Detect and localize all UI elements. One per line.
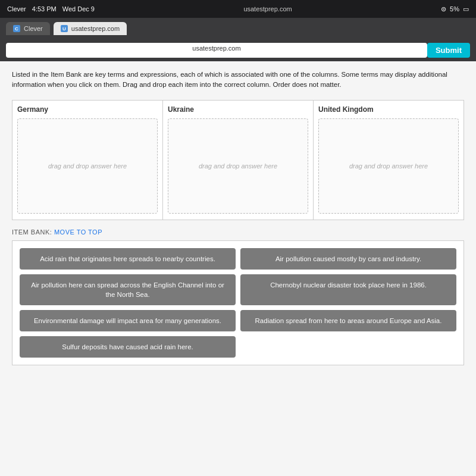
drop-hint-germany: drag and drop answer here xyxy=(48,162,127,170)
item-bank-container: Acid rain that originates here spreads t… xyxy=(12,240,464,365)
status-bar: Clever 4:53 PM Wed Dec 9 usatestprep.com… xyxy=(0,0,476,18)
address-bar[interactable]: usatestprep.com xyxy=(6,43,427,58)
app-name: Clever xyxy=(7,5,26,12)
battery-icon: ▭ xyxy=(463,5,469,13)
tab-usatestprep-label: usatestprep.com xyxy=(71,25,120,32)
instructions-text: Listed in the Item Bank are key terms an… xyxy=(12,70,464,90)
item-bank-label: ITEM BANK: xyxy=(12,228,52,236)
move-to-top-link[interactable]: Move to Top xyxy=(54,228,102,236)
clever-favicon: C xyxy=(13,25,20,32)
content-area: Listed in the Item Bank are key terms an… xyxy=(0,61,476,476)
tab-clever-label: Clever xyxy=(24,25,43,32)
drop-hint-ukraine: drag and drop answer here xyxy=(199,162,277,170)
time: 4:53 PM xyxy=(32,5,57,12)
drag-item-4[interactable]: Chernobyl nuclear disaster took place he… xyxy=(240,274,456,305)
device-frame: Clever 4:53 PM Wed Dec 9 usatestprep.com… xyxy=(0,0,476,476)
wifi-icon: ⊜ xyxy=(441,5,446,13)
column-ukraine[interactable]: Ukraine drag and drop answer here xyxy=(163,101,314,220)
item-bank-header: ITEM BANK: Move to Top xyxy=(12,228,464,236)
date: Wed Dec 9 xyxy=(62,5,95,12)
items-grid: Acid rain that originates here spreads t… xyxy=(20,248,456,358)
column-germany-header: Germany xyxy=(17,105,158,114)
toolbar: usatestprep.com Submit xyxy=(0,39,476,61)
column-ukraine-header: Ukraine xyxy=(168,105,308,114)
column-uk-header: United Kingdom xyxy=(318,105,459,114)
tab-usatestprep[interactable]: U usatestprep.com xyxy=(54,22,127,35)
status-left: Clever 4:53 PM Wed Dec 9 xyxy=(7,5,95,12)
columns-container: Germany drag and drop answer here Ukrain… xyxy=(12,100,464,220)
submit-button[interactable]: Submit xyxy=(427,43,470,58)
drag-item-3[interactable]: Air pollution here can spread across the… xyxy=(20,274,236,305)
battery-level: 5% xyxy=(450,5,459,12)
column-germany[interactable]: Germany drag and drop answer here xyxy=(12,101,163,220)
usa-favicon: U xyxy=(61,25,68,32)
drop-hint-uk: drag and drop answer here xyxy=(349,162,428,170)
drag-item-1[interactable]: Acid rain that originates here spreads t… xyxy=(20,248,236,270)
column-uk[interactable]: United Kingdom drag and drop answer here xyxy=(314,101,464,220)
drop-zone-uk[interactable]: drag and drop answer here xyxy=(318,118,459,214)
drop-zone-ukraine[interactable]: drag and drop answer here xyxy=(168,118,308,214)
tab-bar: C Clever U usatestprep.com xyxy=(6,22,470,35)
drag-item-6[interactable]: Radiation spread from here to areas arou… xyxy=(240,310,456,331)
drag-item-7[interactable]: Sulfur deposits have caused acid rain he… xyxy=(20,336,236,358)
tab-clever[interactable]: C Clever xyxy=(6,22,50,35)
status-right: ⊜ 5% ▭ xyxy=(441,5,469,13)
drop-zone-germany[interactable]: drag and drop answer here xyxy=(17,118,158,214)
url-display: usatestprep.com xyxy=(243,5,292,12)
browser-chrome: C Clever U usatestprep.com xyxy=(0,18,476,39)
drag-item-2[interactable]: Air pollution caused mostly by cars and … xyxy=(240,248,456,270)
drag-item-5[interactable]: Environmental damage will impact area fo… xyxy=(20,310,236,331)
